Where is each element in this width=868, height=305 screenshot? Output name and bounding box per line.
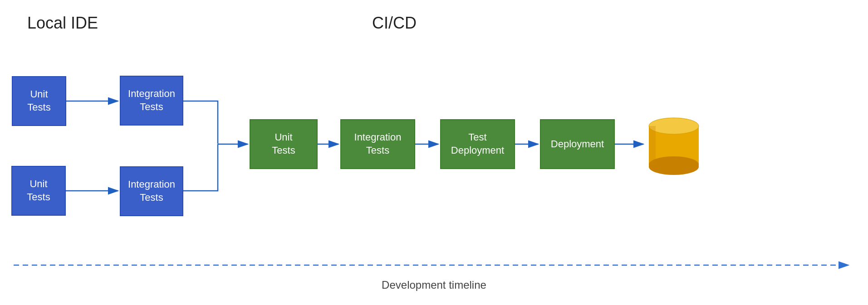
svg-rect-6 (649, 126, 656, 165)
arrows-overlay (0, 0, 868, 305)
unit-tests-top: UnitTests (12, 76, 66, 126)
timeline-label: Development timeline (382, 279, 486, 291)
integration-tests-top: IntegrationTests (120, 76, 183, 126)
diagram-container: Local IDE CI/CD UnitTests IntegrationTes… (0, 0, 868, 305)
database-cylinder (644, 112, 703, 176)
cicd-heading: CI/CD (372, 14, 417, 33)
cicd-integration-tests: IntegrationTests (340, 119, 415, 169)
cicd-test-deployment: TestDeployment (440, 119, 515, 169)
integration-tests-bottom: IntegrationTests (120, 166, 183, 216)
local-ide-heading: Local IDE (27, 14, 98, 33)
unit-tests-bottom: UnitTests (11, 166, 66, 216)
svg-point-5 (649, 156, 699, 173)
cicd-deployment: Deployment (540, 119, 615, 169)
cicd-unit-tests: UnitTests (250, 119, 318, 169)
